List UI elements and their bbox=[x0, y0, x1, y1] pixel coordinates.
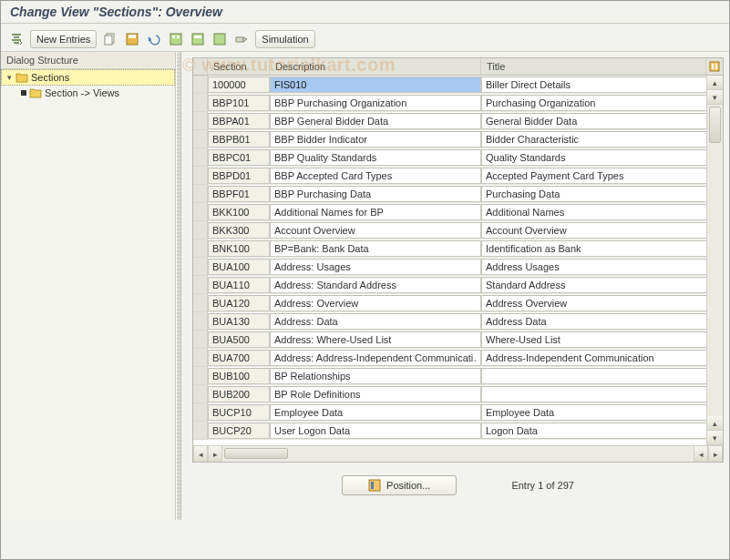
title-input[interactable] bbox=[481, 131, 723, 148]
scroll-right-icon[interactable]: ▸ bbox=[708, 446, 723, 462]
table-row[interactable] bbox=[193, 239, 723, 258]
row-selector[interactable] bbox=[193, 94, 208, 112]
section-input[interactable] bbox=[208, 277, 270, 293]
scroll-down-icon[interactable]: ▾ bbox=[707, 431, 723, 445]
title-input[interactable] bbox=[481, 95, 723, 111]
table-row[interactable] bbox=[193, 294, 723, 312]
description-input[interactable] bbox=[270, 423, 481, 439]
section-input[interactable] bbox=[208, 168, 270, 184]
table-row[interactable] bbox=[193, 403, 723, 422]
table-row[interactable] bbox=[193, 258, 723, 276]
row-selector-header[interactable] bbox=[193, 58, 208, 75]
description-input[interactable] bbox=[270, 350, 481, 366]
scroll-right-icon[interactable]: ▸ bbox=[208, 446, 222, 462]
title-input[interactable] bbox=[481, 313, 723, 330]
row-selector[interactable] bbox=[193, 130, 208, 148]
row-selector[interactable] bbox=[193, 294, 208, 312]
row-selector[interactable] bbox=[193, 112, 208, 130]
new-entries-button[interactable]: New Entries bbox=[30, 30, 97, 48]
description-input[interactable] bbox=[270, 295, 481, 311]
scroll-left-icon[interactable]: ◂ bbox=[694, 446, 708, 462]
row-selector[interactable] bbox=[193, 203, 208, 221]
table-row[interactable] bbox=[193, 148, 723, 167]
scrollbar-track[interactable] bbox=[707, 105, 723, 416]
description-input[interactable] bbox=[270, 186, 481, 202]
table-row[interactable] bbox=[193, 312, 723, 331]
table-row[interactable] bbox=[193, 203, 723, 221]
title-input[interactable] bbox=[481, 149, 723, 166]
section-input[interactable] bbox=[208, 259, 270, 275]
section-input[interactable] bbox=[208, 313, 270, 330]
row-selector[interactable] bbox=[193, 258, 208, 276]
row-selector[interactable] bbox=[193, 422, 208, 440]
section-input[interactable] bbox=[208, 295, 270, 311]
row-selector[interactable] bbox=[193, 403, 208, 422]
tree-node-sections[interactable]: ▾ Sections bbox=[1, 69, 175, 86]
title-input[interactable] bbox=[481, 113, 723, 129]
description-input[interactable] bbox=[270, 222, 481, 239]
scroll-up-icon[interactable]: ▴ bbox=[707, 76, 723, 90]
description-input[interactable] bbox=[270, 95, 481, 111]
transport-icon[interactable] bbox=[233, 31, 250, 47]
description-input[interactable] bbox=[270, 404, 481, 421]
section-input[interactable] bbox=[208, 404, 270, 421]
title-input[interactable] bbox=[481, 204, 723, 220]
tree-node-section-views[interactable]: Section -> Views bbox=[1, 86, 175, 100]
row-selector[interactable] bbox=[193, 167, 208, 185]
col-header-section[interactable]: Section bbox=[208, 58, 270, 75]
row-selector[interactable] bbox=[193, 221, 208, 239]
table-row[interactable] bbox=[193, 422, 723, 440]
section-input[interactable] bbox=[208, 131, 270, 148]
copy-icon[interactable] bbox=[102, 31, 118, 47]
deselect-icon[interactable] bbox=[211, 31, 228, 47]
row-selector[interactable] bbox=[193, 385, 208, 403]
scrollbar-thumb[interactable] bbox=[224, 448, 288, 459]
simulation-button[interactable]: Simulation bbox=[255, 30, 314, 48]
table-row[interactable] bbox=[193, 276, 723, 294]
table-row[interactable] bbox=[193, 349, 723, 367]
description-input[interactable] bbox=[270, 368, 481, 384]
toggle-icon[interactable] bbox=[8, 31, 25, 47]
section-input[interactable] bbox=[208, 368, 270, 384]
title-input[interactable] bbox=[481, 423, 723, 439]
table-row[interactable] bbox=[193, 94, 723, 112]
section-input[interactable] bbox=[208, 350, 270, 366]
section-input[interactable] bbox=[208, 113, 270, 129]
row-selector[interactable] bbox=[193, 239, 208, 258]
row-selector[interactable] bbox=[193, 76, 208, 94]
description-input[interactable] bbox=[270, 131, 481, 148]
title-input[interactable] bbox=[481, 168, 723, 184]
table-row[interactable] bbox=[193, 367, 723, 385]
title-input[interactable] bbox=[481, 331, 723, 348]
table-row[interactable] bbox=[193, 112, 723, 130]
title-input[interactable] bbox=[481, 386, 723, 402]
table-row[interactable] bbox=[193, 385, 723, 403]
row-selector[interactable] bbox=[193, 276, 208, 294]
row-selector[interactable] bbox=[193, 367, 208, 385]
row-selector[interactable] bbox=[193, 185, 208, 203]
section-input[interactable] bbox=[208, 204, 270, 220]
horizontal-scrollbar[interactable]: ◂ ▸ ◂ ▸ bbox=[193, 445, 723, 462]
scroll-left-icon[interactable]: ◂ bbox=[193, 446, 208, 462]
description-input[interactable] bbox=[270, 313, 481, 330]
title-input[interactable] bbox=[481, 350, 723, 366]
collapse-icon[interactable]: ▾ bbox=[5, 73, 13, 82]
scrollbar-track[interactable] bbox=[222, 446, 694, 462]
table-row[interactable] bbox=[193, 185, 723, 203]
title-input[interactable] bbox=[481, 222, 723, 239]
position-button[interactable]: Position... bbox=[342, 475, 457, 495]
description-input[interactable] bbox=[270, 113, 481, 129]
description-input[interactable] bbox=[270, 259, 481, 275]
table-row[interactable] bbox=[193, 167, 723, 185]
row-selector[interactable] bbox=[193, 331, 208, 349]
row-selector[interactable] bbox=[193, 349, 208, 367]
description-input[interactable] bbox=[270, 204, 481, 220]
description-input[interactable] bbox=[270, 240, 481, 257]
section-input[interactable] bbox=[208, 186, 270, 202]
vertical-scrollbar[interactable]: ▴ ▾ ▴ ▾ bbox=[706, 76, 723, 445]
section-input[interactable] bbox=[208, 240, 270, 257]
scroll-down-icon[interactable]: ▾ bbox=[707, 90, 723, 105]
table-row[interactable] bbox=[193, 331, 723, 349]
section-input[interactable] bbox=[208, 76, 270, 93]
section-input[interactable] bbox=[208, 222, 270, 239]
